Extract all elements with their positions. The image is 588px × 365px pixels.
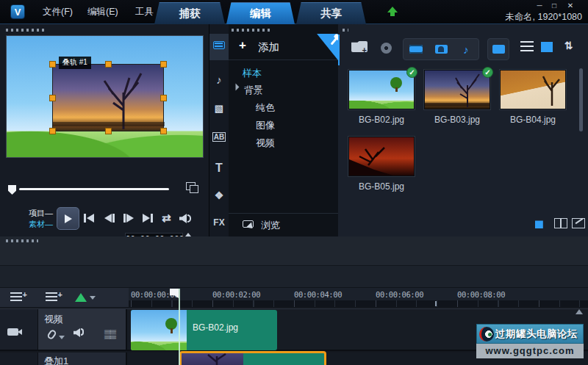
- videostudio-app: V 文件(F) 编辑(E) 工具 捕获 编辑 共享 ─ □ ✕ 未命名, 192…: [0, 0, 588, 365]
- track-manager-button[interactable]: [10, 292, 22, 302]
- minimize-button[interactable]: ─: [534, 1, 545, 10]
- resize-handle-nw[interactable]: [49, 61, 56, 68]
- panel-drag-handle[interactable]: [6, 29, 47, 32]
- category-filter[interactable]: FX: [209, 217, 229, 228]
- category-transition[interactable]: ▧: [209, 103, 229, 114]
- resize-handle-sw[interactable]: [49, 128, 56, 134]
- app-logo-icon: V: [10, 4, 25, 19]
- toolbar-drag-handle[interactable]: [6, 239, 38, 242]
- go-end-button[interactable]: [143, 214, 153, 223]
- tab-edit[interactable]: 编辑: [226, 2, 295, 24]
- thumb-scene-desert: [501, 71, 565, 109]
- menu-tools[interactable]: 工具: [131, 0, 158, 24]
- play-button[interactable]: [57, 207, 79, 230]
- panel-drag-handle[interactable]: [343, 29, 348, 32]
- video-track-header[interactable]: 视频 ▒▒: [38, 309, 127, 350]
- track-pattern-icon[interactable]: ▒▒: [104, 329, 115, 339]
- loop-button[interactable]: ⇄: [162, 212, 171, 225]
- library-edit-icon[interactable]: [572, 218, 585, 228]
- menu-edit[interactable]: 编辑(E): [83, 0, 123, 24]
- library-item-bg-b04[interactable]: [500, 70, 566, 109]
- library-item-bg-b02[interactable]: ✓: [348, 70, 415, 109]
- category-media[interactable]: [209, 34, 229, 60]
- resize-handle-ne[interactable]: [160, 61, 167, 68]
- nav-item-background[interactable]: 背景: [244, 84, 263, 97]
- mode-project-label[interactable]: 项目—: [24, 208, 53, 219]
- filter-audio-button[interactable]: ♪: [453, 39, 478, 59]
- chevron-down-icon[interactable]: [59, 336, 65, 339]
- overlay-track-type-cell[interactable]: [0, 353, 38, 365]
- mode-clip-label[interactable]: 素材—: [24, 219, 53, 230]
- video-track-type-cell[interactable]: [0, 309, 38, 350]
- resize-handle-n[interactable]: [105, 61, 112, 68]
- track-scroll-up-icon[interactable]: [576, 309, 583, 314]
- panel-splitter[interactable]: [338, 35, 340, 65]
- close-button[interactable]: ✕: [564, 1, 576, 10]
- nav-item-video[interactable]: 视频: [256, 137, 275, 150]
- filter-background-button[interactable]: [487, 38, 509, 60]
- media-library: ♪ ⇅ ✓ BG-B02.jpg ✓ BG-B03.jpg BG-B04.jpg…: [338, 24, 588, 236]
- list-view-button[interactable]: [520, 41, 534, 51]
- photo-filter-icon: [435, 45, 448, 54]
- tree-expand-icon[interactable]: [232, 84, 240, 91]
- chevron-down-icon[interactable]: [90, 296, 96, 300]
- volume-button[interactable]: [179, 214, 191, 223]
- sort-button[interactable]: ⇅: [564, 40, 573, 51]
- seek-bar[interactable]: [19, 188, 169, 190]
- timeline-toolbar: ⚒ ↶ ↷ ♪ T: [0, 236, 588, 266]
- browse-row[interactable]: 浏览: [229, 213, 338, 236]
- pin-icon: [330, 37, 337, 45]
- panel-pin-corner[interactable]: [313, 34, 338, 60]
- track-mute-button[interactable]: [74, 328, 84, 337]
- filter-video-button[interactable]: [404, 39, 429, 59]
- category-graphic[interactable]: ❖: [209, 189, 229, 201]
- tab-capture[interactable]: 捕获: [154, 2, 225, 24]
- panel-drag-handle[interactable]: [232, 29, 273, 32]
- filter-photo-button[interactable]: [429, 39, 453, 59]
- timeline-clip-bg-b02[interactable]: BG-B02.jpg: [131, 310, 277, 350]
- library-panel-toggle-icon[interactable]: [535, 218, 548, 228]
- category-overlay[interactable]: AB: [209, 133, 229, 141]
- thumb-scene-sunset: [425, 71, 490, 109]
- resize-handle-w[interactable]: [49, 95, 56, 101]
- library-scrollbar[interactable]: [579, 68, 583, 131]
- library-compare-icon[interactable]: [554, 218, 567, 228]
- tab-share[interactable]: 共享: [296, 2, 366, 24]
- link-clips-icon[interactable]: [46, 329, 57, 341]
- nav-item-samples[interactable]: 样本: [243, 67, 262, 80]
- resize-handle-e[interactable]: [160, 95, 167, 101]
- next-frame-button[interactable]: [123, 214, 134, 223]
- watermark-banner: 过期罐头电脑论坛: [476, 324, 584, 344]
- menu-file[interactable]: 文件(F): [38, 0, 77, 24]
- import-folder-button[interactable]: [351, 41, 368, 52]
- grid-view-button[interactable]: [541, 42, 553, 52]
- overlay-track-header[interactable]: 叠加1: [38, 353, 127, 365]
- trim-marker[interactable]: [8, 185, 16, 195]
- library-item-label: BG-B04.jpg: [496, 115, 570, 125]
- add-track-button[interactable]: [46, 292, 57, 302]
- overlay-selection-label: 叠轨 #1: [59, 57, 91, 69]
- forum-logo-icon: [479, 327, 494, 341]
- nav-item-solid-color[interactable]: 纯色: [256, 101, 275, 115]
- library-item-bg-b05[interactable]: [348, 137, 415, 176]
- video-track-label: 视频: [44, 313, 63, 326]
- maximize-button[interactable]: □: [548, 1, 560, 10]
- preview-overlay-clip[interactable]: 叠轨 #1: [52, 64, 164, 131]
- add-header[interactable]: + 添加: [229, 34, 338, 60]
- playhead-line[interactable]: [179, 289, 180, 365]
- timeline-overlay-clip[interactable]: [179, 351, 326, 365]
- timeline-ruler[interactable]: 00:00:00:00 00:00:02:00 00:00:04:00 00:0…: [129, 288, 588, 307]
- go-start-button[interactable]: [84, 214, 94, 223]
- resize-handle-se[interactable]: [160, 128, 167, 134]
- prev-frame-button[interactable]: [104, 214, 115, 223]
- enlarge-preview-icon[interactable]: [186, 182, 196, 190]
- resize-handle-s[interactable]: [105, 128, 112, 134]
- preview-screen[interactable]: 叠轨 #1: [6, 35, 204, 158]
- chapter-marker-icon[interactable]: [75, 293, 87, 302]
- nav-item-image[interactable]: 图像: [256, 119, 275, 132]
- library-item-bg-b03[interactable]: ✓: [424, 70, 490, 109]
- category-audio[interactable]: ♪: [209, 73, 229, 86]
- category-title[interactable]: T: [209, 162, 229, 175]
- disc-button[interactable]: [381, 43, 392, 54]
- update-arrow-icon[interactable]: [387, 7, 398, 12]
